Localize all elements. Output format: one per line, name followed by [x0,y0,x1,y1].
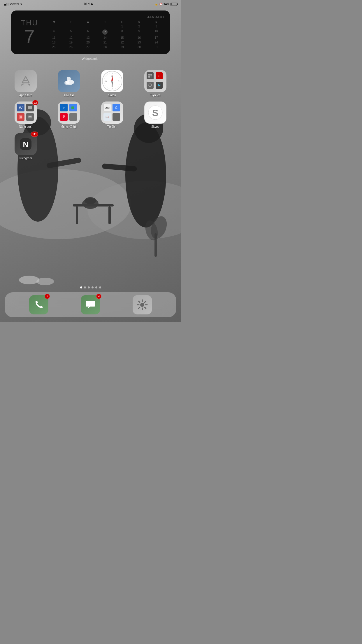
svg-text:✕: ✕ [157,75,160,78]
cal-header-s1: S [131,20,148,24]
svg-point-21 [64,81,70,85]
social-icon[interactable]: in P [58,102,80,124]
social-mini-meet [69,104,77,111]
dict-mini-2: G [113,104,120,111]
widget-label: Widgetsmith [11,57,170,60]
page-dot-5 [95,286,97,288]
social-label: Mạng Xã hội [61,125,77,128]
social-mini-pinterest: P [60,113,68,121]
cal-day-24: 24 [148,40,165,45]
nangsuat-icon[interactable]: 22 W ✉ [15,102,37,124]
nicegram-label: Nicegram [20,157,32,160]
cal-day-28: 28 [97,45,114,49]
svg-point-54 [140,303,144,307]
calendar-widget-container[interactable]: THU 7 JANUARY M T W T F S S - - - - 1 2 [11,10,170,54]
dock-messages[interactable]: 4 [81,295,100,314]
app-nicegram[interactable]: 111 N Nicegram [5,133,46,160]
cal-day-12: 12 [63,36,80,40]
app-appstore[interactable]: App Store [5,70,46,97]
battery-icon [171,3,177,6]
messages-icon[interactable]: 4 [81,295,100,314]
cal-day-26: 26 [63,45,80,49]
cal-day-20: 20 [80,40,96,45]
svg-rect-9 [76,206,78,224]
svg-text:N: N [23,140,29,149]
app-tienich[interactable]: ✕ 🐦 Tiện ích [135,70,176,97]
app-safari[interactable]: N S W E Safari [92,70,133,97]
cal-day-19: 19 [63,40,80,45]
svg-text:✉: ✉ [20,116,22,119]
skype-icon[interactable]: S [144,102,166,124]
cal-day-18: 18 [45,40,62,45]
dict-mini-1: ENG [103,104,111,111]
cal-day-2: 2 [131,24,148,29]
messages-badge: 4 [96,294,101,299]
svg-marker-49 [74,106,75,109]
page-dot-6 [99,286,101,288]
nano-mini-1: W [17,104,24,111]
svg-rect-46 [28,116,32,118]
tienich-label: Tiện ích [150,94,161,97]
weather-icon[interactable] [58,70,80,92]
page-dot-4 [92,286,94,288]
nangsuat-label: Năng suất [19,125,32,128]
svg-rect-35 [150,74,152,76]
cal-day-14: 14 [97,36,114,40]
cal-day-29: 29 [114,45,131,49]
cal-day-25: 25 [45,45,62,49]
svg-rect-36 [148,76,150,78]
app-social[interactable]: in P Mạng Xã hội [48,102,89,128]
weather-label: Thời tiết [64,94,74,97]
svg-point-12 [85,197,96,204]
dock-phone[interactable]: 1 [29,295,48,314]
cal-day-9: 9 [131,29,148,35]
app-skype[interactable]: S Skype [135,102,176,128]
calendar-grid: M T W T F S S - - - - 1 2 3 4 5 6 7 8 [45,20,165,49]
wifi-icon: ▾ [20,3,22,6]
tienich-mini-3 [147,82,154,89]
cal-day-31: 31 [148,45,165,49]
tienich-icon[interactable]: ✕ 🐦 [144,70,166,92]
app-weather[interactable]: Thời tiết [48,70,89,97]
svg-line-60 [145,307,146,308]
svg-rect-41 [28,106,32,109]
calendar-widget[interactable]: THU 7 JANUARY M T W T F S S - - - - 1 2 [11,10,170,54]
dict-mini-4 [113,113,120,121]
dict-mini-3: 📖 [103,113,111,121]
cal-header-t1: T [63,20,80,24]
svg-text:W: W [105,80,107,83]
svg-text:N: N [111,75,113,78]
tudien-icon[interactable]: ENG G 📖 [101,102,123,124]
status-right: 🔒 ⏰ 14% [155,3,177,6]
svg-text:🐦: 🐦 [157,83,161,87]
dock-settings[interactable] [133,295,152,314]
svg-rect-48 [71,106,74,109]
nicegram-badge: 111 [31,132,38,137]
svg-line-59 [139,301,140,302]
cal-day-4: 4 [45,29,62,35]
cal-empty: - [45,24,62,29]
status-left: Viettel ▾ [4,2,22,6]
cal-header-f: F [114,20,131,24]
phone-badge: 1 [45,294,50,299]
appstore-icon[interactable] [15,70,37,92]
settings-icon[interactable] [133,295,152,314]
svg-text:S: S [111,85,113,87]
phone-icon[interactable]: 1 [29,295,48,314]
app-tudien[interactable]: ENG G 📖 Từ điển [92,102,133,128]
safari-icon[interactable]: N S W E [101,70,123,92]
nicegram-icon[interactable]: 111 N [15,133,37,155]
svg-line-62 [139,307,140,308]
signal-icon [4,3,8,6]
svg-rect-34 [148,74,150,76]
app-nangsuat[interactable]: 22 W ✉ Năng suất [5,102,46,128]
cal-day-8: 8 [114,29,131,35]
svg-point-16 [19,276,39,284]
page-dots [0,286,181,288]
cal-day-11: 11 [45,36,62,40]
skype-label: Skype [151,125,159,128]
cal-day-5: 5 [63,29,80,35]
nangsuat-badge: 22 [32,100,38,105]
cal-day-23: 23 [131,40,148,45]
nano-mini-2 [26,104,34,111]
